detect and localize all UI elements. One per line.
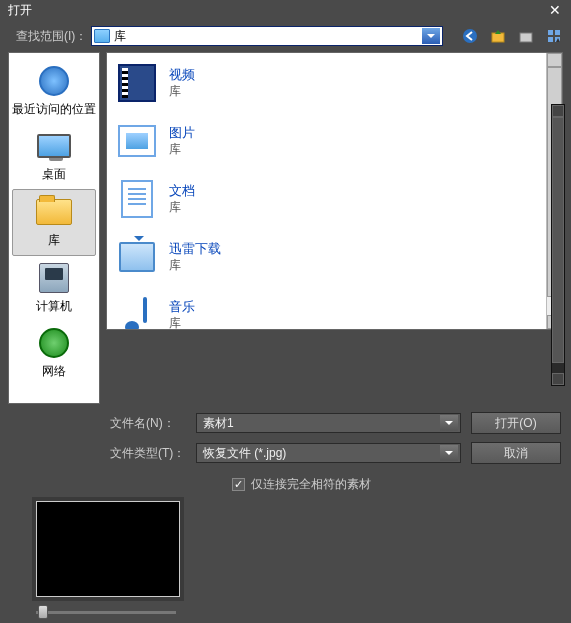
exact-match-checkbox[interactable] <box>232 478 245 491</box>
place-recent[interactable]: 最近访问的位置 <box>9 59 99 124</box>
main-area: 最近访问的位置 桌面 库 计算机 网络 视频库 图片库 <box>0 52 571 404</box>
nav-icons <box>461 27 563 45</box>
list-item[interactable]: 迅雷下载库 <box>113 231 556 283</box>
list-item[interactable]: 视频库 <box>113 57 556 109</box>
computer-icon <box>39 263 69 293</box>
close-icon[interactable]: ✕ <box>543 3 567 17</box>
list-item[interactable]: 图片库 <box>113 115 556 167</box>
lookin-label: 查找范围(I)： <box>16 28 87 45</box>
svg-point-0 <box>463 29 477 43</box>
scroll-down-icon[interactable] <box>552 373 564 385</box>
scroll-thumb[interactable] <box>552 117 564 363</box>
svg-rect-3 <box>548 30 553 35</box>
view-icon[interactable] <box>545 27 563 45</box>
back-icon[interactable] <box>461 27 479 45</box>
filetype-select[interactable]: 恢复文件 (*.jpg) <box>196 443 461 463</box>
show-props-row: 显示属性(P) <box>36 614 571 623</box>
up-icon[interactable] <box>489 27 507 45</box>
cancel-button[interactable]: 取消 <box>471 442 561 464</box>
network-icon <box>39 328 69 358</box>
globe-icon <box>39 66 69 96</box>
dropdown-icon[interactable] <box>440 445 458 461</box>
outer-scrollbar[interactable] <box>551 104 565 386</box>
open-button[interactable]: 打开(O) <box>471 412 561 434</box>
music-icon <box>123 297 151 330</box>
new-folder-icon[interactable] <box>517 27 535 45</box>
exact-match-label: 仅连接完全相符的素材 <box>251 476 371 493</box>
lookin-select[interactable]: 库 <box>91 26 443 46</box>
filetype-label: 文件类型(T)： <box>110 445 186 462</box>
dropdown-icon[interactable] <box>440 415 458 431</box>
desktop-icon <box>37 134 71 158</box>
file-list[interactable]: 视频库 图片库 文档库 迅雷下载库 音乐库 <box>106 52 563 330</box>
place-network[interactable]: 网络 <box>9 321 99 386</box>
preview-box <box>36 501 180 597</box>
list-item[interactable]: 音乐库 <box>113 289 556 330</box>
svg-rect-2 <box>520 33 532 42</box>
scroll-up-icon[interactable] <box>547 53 562 67</box>
filename-label: 文件名(N)： <box>110 415 186 432</box>
list-item[interactable]: 文档库 <box>113 173 556 225</box>
places-bar: 最近访问的位置 桌面 库 计算机 网络 <box>8 52 100 404</box>
place-computer[interactable]: 计算机 <box>9 256 99 321</box>
svg-rect-5 <box>548 37 553 42</box>
dropdown-icon[interactable] <box>422 28 440 44</box>
slider-track[interactable] <box>36 611 176 614</box>
download-icon <box>119 242 155 272</box>
preview-area: 显示属性(P) <box>0 501 571 623</box>
exact-match-row: 仅连接完全相符的素材 <box>0 468 571 501</box>
file-fields: 文件名(N)： 素材1 打开(O) 文件类型(T)： 恢复文件 (*.jpg) … <box>0 404 571 468</box>
photo-icon <box>118 125 156 157</box>
dialog-title: 打开 <box>8 2 543 19</box>
titlebar: 打开 ✕ <box>0 0 571 20</box>
filename-input[interactable]: 素材1 <box>196 413 461 433</box>
lookin-value: 库 <box>114 28 126 45</box>
scroll-up-icon[interactable] <box>552 105 564 117</box>
library-icon <box>36 199 72 225</box>
lookin-row: 查找范围(I)： 库 <box>0 20 571 52</box>
svg-rect-4 <box>555 30 560 35</box>
place-library[interactable]: 库 <box>12 189 96 256</box>
place-desktop[interactable]: 桌面 <box>9 124 99 189</box>
slider-thumb[interactable] <box>38 605 48 619</box>
svg-rect-1 <box>492 33 504 42</box>
document-icon <box>121 180 153 218</box>
video-icon <box>118 64 156 102</box>
folder-icon <box>94 29 110 43</box>
